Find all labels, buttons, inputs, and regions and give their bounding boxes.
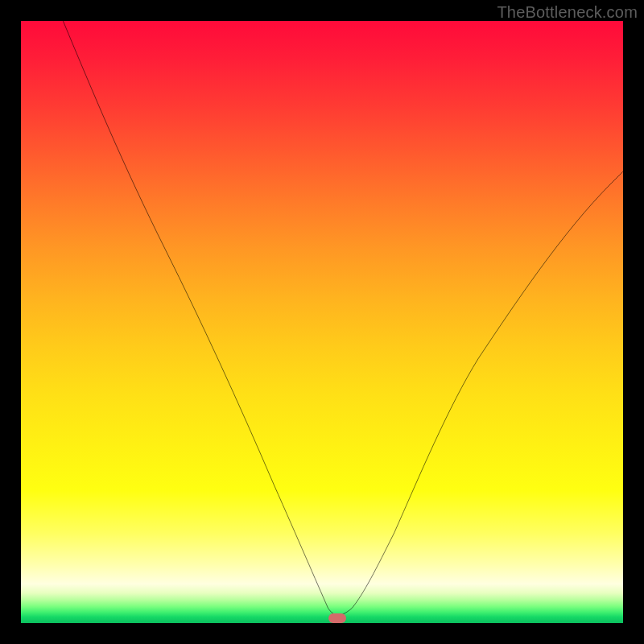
bottleneck-curve: [63, 21, 623, 615]
plot-area: [21, 21, 623, 623]
chart-frame: TheBottleneck.com: [0, 0, 644, 644]
bottleneck-marker: [328, 613, 346, 623]
watermark-text: TheBottleneck.com: [497, 3, 638, 22]
curve-svg: [21, 21, 623, 623]
